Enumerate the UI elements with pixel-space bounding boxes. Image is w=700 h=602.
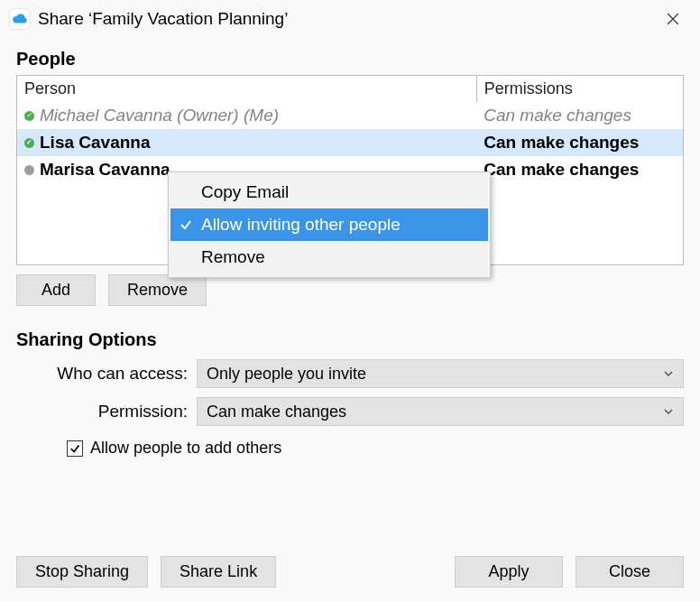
context-menu: Copy Email Allow inviting other people R… [168,171,491,278]
permission-label: Permission: [16,402,197,421]
person-name: Michael Cavanna (Owner) (Me) [40,106,279,125]
person-perm: Can make changes [476,156,683,183]
apply-button[interactable]: Apply [455,556,563,588]
permission-select[interactable]: Can make changes [197,397,684,426]
title-left: Share ‘Family Vacation Planning’ [9,8,288,30]
stop-sharing-button[interactable]: Stop Sharing [16,556,148,588]
table-row[interactable]: ✓ Michael Cavanna (Owner) (Me) Can make … [17,102,683,129]
cloud-icon [9,8,31,30]
permission-value: Can make changes [207,403,346,421]
title-bar: Share ‘Family Vacation Planning’ [0,0,700,36]
menu-item-label: Copy Email [201,182,289,202]
dialog-footer: Stop Sharing Share Link Apply Close [16,556,684,588]
allow-add-label: Allow people to add others [90,439,281,458]
share-link-button[interactable]: Share Link [161,556,276,588]
col-person[interactable]: Person [17,76,476,102]
close-button[interactable] [655,5,691,32]
remove-button[interactable]: Remove [108,274,207,306]
status-accepted-icon: ✓ [24,138,34,148]
add-button[interactable]: Add [16,274,96,306]
menu-item-label: Remove [201,247,265,267]
chevron-down-icon [663,365,674,384]
menu-item-label: Allow inviting other people [201,215,401,235]
people-heading: People [16,49,684,69]
sharing-options: Sharing Options Who can access: Only peo… [16,329,684,458]
person-name: Lisa Cavanna [40,133,151,153]
who-can-access-label: Who can access: [16,364,197,384]
people-buttons: Add Remove [16,274,684,306]
status-unknown-icon [24,165,34,175]
menu-item-remove[interactable]: Remove [170,241,488,273]
menu-item-copy-email[interactable]: Copy Email [170,176,488,208]
allow-add-row[interactable]: Allow people to add others [67,439,684,458]
chevron-down-icon [663,403,674,421]
sharing-options-heading: Sharing Options [16,329,684,350]
check-icon [170,218,201,232]
footer-spacer [289,556,442,588]
allow-add-checkbox[interactable] [67,440,83,457]
who-can-access-value: Only people you invite [207,365,366,384]
who-can-access-select[interactable]: Only people you invite [197,359,684,388]
permission-row: Permission: Can make changes [16,397,684,426]
share-dialog: Share ‘Family Vacation Planning’ People … [0,0,700,602]
status-accepted-icon: ✓ [24,111,34,121]
menu-item-allow-inviting[interactable]: Allow inviting other people [170,208,488,241]
close-button-footer[interactable]: Close [576,556,684,588]
person-name: Marisa Cavanna [40,160,170,180]
table-row[interactable]: ✓ Lisa Cavanna Can make changes [17,129,683,156]
col-permissions[interactable]: Permissions [476,76,683,102]
dialog-title: Share ‘Family Vacation Planning’ [38,9,288,29]
person-perm: Can make changes [476,129,683,156]
person-perm: Can make changes [476,102,683,129]
who-can-access-row: Who can access: Only people you invite [16,359,684,388]
